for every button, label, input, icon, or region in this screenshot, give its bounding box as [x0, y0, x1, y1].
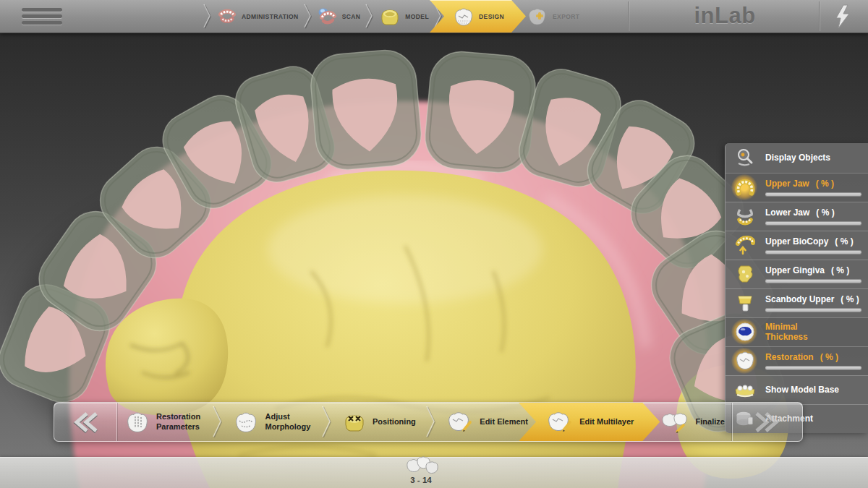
- phase-model[interactable]: MODEL: [373, 0, 435, 33]
- phase-label: MODEL: [405, 13, 429, 20]
- lower-jaw-icon: [731, 204, 760, 228]
- panel-item-upper-gingiva[interactable]: Upper Gingiva( % ): [726, 260, 868, 288]
- teeth-group-icon: [401, 455, 441, 476]
- workflow-step-finalize[interactable]: Finalize: [652, 403, 732, 441]
- workflow-step-label: Finalize: [696, 417, 725, 427]
- phase-scan[interactable]: SCAN: [311, 0, 367, 33]
- workflow-step-label: Edit Element: [480, 417, 528, 427]
- phase-administration[interactable]: ADMINISTRATION: [210, 0, 305, 33]
- phase-label: DESIGN: [479, 13, 504, 20]
- tooth-range-indicator: 3 - 14: [389, 455, 453, 484]
- scanbody-upper-opacity-slider[interactable]: [765, 308, 861, 312]
- model-viewport[interactable]: Display Objects Upper Jaw( % ): [0, 33, 868, 488]
- crown-pencil-icon: [546, 411, 574, 434]
- crown-icon: [453, 7, 475, 27]
- upper-gingiva-icon: [731, 262, 760, 286]
- upper-jaw-icon: [731, 175, 760, 200]
- chevron-separator-icon: [212, 405, 224, 440]
- topbar-divider: [628, 1, 629, 31]
- panel-item-lower-jaw[interactable]: Lower Jaw( % ): [726, 202, 868, 231]
- panel-item-scanbody-upper[interactable]: Scanbody Upper( % ): [726, 288, 868, 317]
- model-base-icon: [731, 377, 760, 402]
- workflow-step-label: Restoration Parameters: [156, 412, 203, 432]
- restoration-icon: [731, 348, 760, 373]
- workflow-step-adjust-morphology[interactable]: Adjust Morphology: [226, 403, 318, 441]
- double-chevron-right-icon: [752, 411, 783, 434]
- tooth-range-label: 3 - 14: [389, 476, 453, 484]
- workflow-step-edit-multilayer[interactable]: Edit Multilayer: [519, 403, 660, 441]
- panel-item-restoration[interactable]: Restoration( % ): [726, 346, 868, 375]
- workflow-next-button[interactable]: [732, 403, 802, 441]
- panel-item-minimal-thickness[interactable]: Minimal Thickness: [726, 317, 868, 346]
- phase-navigation: ADMINISTRATION SCAN MODEL: [205, 0, 586, 33]
- crown-parameters-icon: [124, 411, 150, 434]
- panel-item-label: Lower Jaw( % ): [765, 207, 861, 218]
- upper-jaw-opacity-slider[interactable]: [765, 192, 861, 196]
- panel-item-label: Upper Gingiva( % ): [765, 265, 861, 275]
- export-crown-icon: [527, 7, 548, 27]
- panel-item-label: Show Model Base: [765, 385, 861, 395]
- app-logo: inLab: [631, 0, 819, 33]
- phase-label: SCAN: [342, 13, 361, 20]
- panel-header-display-objects[interactable]: Display Objects: [726, 143, 868, 173]
- chevron-separator-icon: [321, 405, 333, 440]
- dentures-icon: [217, 7, 237, 26]
- display-objects-panel: Display Objects Upper Jaw( % ): [725, 143, 868, 433]
- panel-header-label: Display Objects: [765, 153, 861, 163]
- workflow-steps: Restoration Parameters Adjust Morphology…: [117, 403, 732, 441]
- phase-label: EXPORT: [553, 13, 579, 20]
- display-objects-icon: [731, 145, 760, 170]
- teeth-pencil-icon: [660, 411, 690, 434]
- panel-item-upper-biocopy[interactable]: Upper BioCopy( % ): [726, 231, 868, 260]
- design-workflow-toolbar: Restoration Parameters Adjust Morphology…: [54, 402, 803, 442]
- lower-jaw-opacity-slider[interactable]: [765, 221, 861, 225]
- topbar-divider: [819, 1, 820, 31]
- positioning-box-icon: [342, 411, 367, 433]
- minimal-thickness-icon: [731, 320, 760, 344]
- panel-item-label: Restoration( % ): [765, 352, 861, 362]
- panel-item-label: Upper Jaw( % ): [765, 179, 861, 189]
- scan-jaw-icon: [318, 7, 338, 26]
- panel-item-label: Upper BioCopy( % ): [765, 236, 861, 247]
- crown-morphology-icon: [233, 411, 259, 434]
- workflow-step-restoration-parameters[interactable]: Restoration Parameters: [117, 403, 210, 441]
- top-bar: ADMINISTRATION SCAN MODEL: [0, 0, 868, 33]
- scanbody-upper-icon: [731, 291, 760, 315]
- chevron-separator-icon: [425, 405, 437, 440]
- restoration-opacity-slider[interactable]: [765, 366, 861, 369]
- model-block-icon: [379, 7, 401, 27]
- upper-biocopy-opacity-slider[interactable]: [765, 250, 861, 254]
- workflow-step-positioning[interactable]: Positioning: [335, 403, 423, 441]
- panel-item-label: Scanbody Upper( % ): [765, 294, 861, 304]
- phase-label: ADMINISTRATION: [242, 13, 299, 20]
- crown-pencil-icon: [446, 411, 474, 434]
- double-chevron-left-icon: [70, 411, 101, 434]
- workflow-step-edit-element[interactable]: Edit Element: [439, 403, 535, 441]
- flash-icon: [833, 4, 854, 29]
- upper-gingiva-opacity-slider[interactable]: [765, 279, 861, 283]
- workflow-prev-button[interactable]: [54, 403, 117, 441]
- upper-biocopy-icon: [731, 233, 760, 257]
- panel-item-upper-jaw[interactable]: Upper Jaw( % ): [726, 173, 868, 202]
- workflow-step-label: Positioning: [373, 417, 416, 427]
- panel-item-label: Minimal Thickness: [765, 322, 861, 343]
- workflow-step-label: Edit Multilayer: [579, 417, 634, 427]
- workflow-step-label: Adjust Morphology: [265, 412, 311, 432]
- panel-item-show-model-base[interactable]: Show Model Base: [726, 375, 868, 404]
- phase-design[interactable]: DESIGN: [430, 0, 526, 33]
- menu-hamburger-icon[interactable]: [22, 8, 62, 25]
- phase-export: EXPORT: [520, 0, 586, 33]
- flash-button[interactable]: [830, 4, 856, 30]
